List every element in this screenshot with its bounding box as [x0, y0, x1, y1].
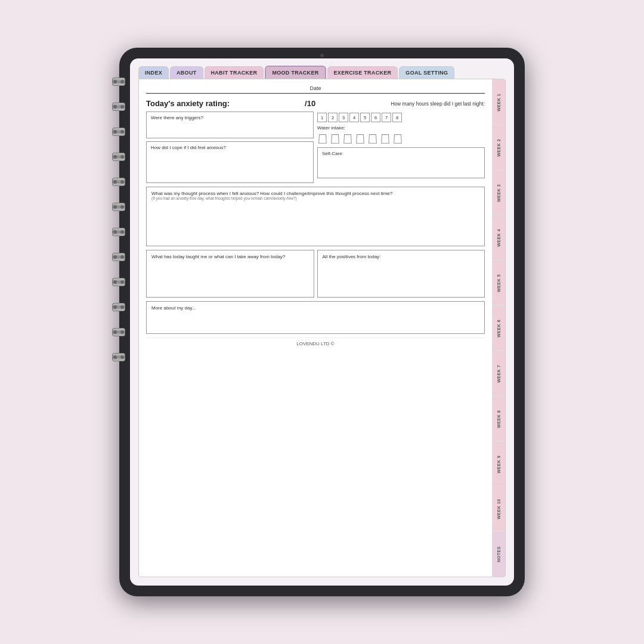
- ring-10: [112, 303, 125, 311]
- ring-12: [112, 353, 125, 361]
- footer: LOVENDU LTD ©: [146, 338, 485, 349]
- sleep-2[interactable]: 2: [328, 113, 338, 122]
- cup-5[interactable]: [367, 132, 378, 144]
- sleep-8[interactable]: 8: [392, 113, 402, 122]
- water-label: Water intake:: [317, 125, 485, 131]
- tab-goal-setting[interactable]: GOAL SETTING: [399, 66, 454, 79]
- date-line: Date: [146, 85, 485, 94]
- nav-tabs: INDEX ABOUT HABIT TRACKER MOOD TRACKER E…: [130, 58, 514, 79]
- sleep-numbers: 1 2 3 4 5 6 7 8: [317, 113, 485, 122]
- ring-2: [112, 103, 125, 111]
- right-column: 1 2 3 4 5 6 7 8 Wat: [317, 112, 485, 183]
- cup-3[interactable]: [342, 132, 353, 144]
- side-tab-week4[interactable]: WEEK 4: [493, 215, 505, 260]
- lesson-label: What has today taught me or what can I t…: [151, 254, 309, 259]
- cup-6[interactable]: [380, 132, 391, 144]
- side-tabs: WEEK 1 WEEK 2 WEEK 3 WEEK 4 WEEK 5 WEEK …: [492, 79, 505, 577]
- sleep-1[interactable]: 1: [317, 113, 327, 122]
- more-about-day-box[interactable]: More about my day...: [146, 301, 485, 334]
- triggers-box[interactable]: Were there any triggers?: [146, 112, 314, 138]
- tablet: INDEX ABOUT HABIT TRACKER MOOD TRACKER E…: [119, 48, 525, 596]
- ring-5: [112, 178, 125, 186]
- sleep-5[interactable]: 5: [360, 113, 370, 122]
- cope-box[interactable]: How did I cope if I did feel anxious?: [146, 141, 314, 183]
- side-tab-week3[interactable]: WEEK 3: [493, 170, 505, 215]
- self-care-label: Self-Care:: [322, 151, 480, 156]
- ring-4: [112, 153, 125, 161]
- sleep-7[interactable]: 7: [382, 113, 391, 122]
- ring-1: [112, 78, 125, 86]
- tab-mood-tracker[interactable]: MOOD TRACKER: [265, 66, 326, 79]
- water-cups: [317, 132, 485, 144]
- side-tab-week1[interactable]: WEEK 1: [493, 79, 505, 125]
- side-tab-week7[interactable]: WEEK 7: [493, 351, 505, 396]
- anxiety-row: Today's anxiety rating: /10 How many hou…: [146, 99, 485, 108]
- more-about-day-label: More about my day...: [151, 305, 479, 311]
- sleep-4[interactable]: 4: [349, 113, 359, 122]
- sleep-section: 1 2 3 4 5 6 7 8: [317, 112, 485, 122]
- side-tab-week10[interactable]: WEEK 10: [493, 486, 505, 531]
- side-tab-week6[interactable]: WEEK 6: [493, 305, 505, 351]
- anxiety-score: /10: [305, 99, 315, 108]
- thought-label: What was my thought process when I felt …: [151, 191, 479, 196]
- positives-label: All the positives from today:: [323, 254, 480, 259]
- cope-label: How did I cope if I did feel anxious?: [151, 145, 309, 150]
- tab-habit-tracker[interactable]: HABIT TRACKER: [205, 66, 264, 79]
- ring-binders: [112, 78, 125, 361]
- tab-exercise-tracker[interactable]: EXERCISE TRACKER: [327, 66, 398, 79]
- sleep-question: How many hours sleep did I get last nigh…: [391, 101, 485, 107]
- cup-2[interactable]: [330, 132, 340, 144]
- tab-about[interactable]: ABOUT: [170, 66, 203, 79]
- left-column: Were there any triggers? How did I cope …: [146, 112, 314, 183]
- tab-index[interactable]: INDEX: [138, 66, 169, 79]
- sleep-6[interactable]: 6: [371, 113, 380, 122]
- cup-7[interactable]: [392, 132, 403, 144]
- triggers-label: Were there any triggers?: [151, 115, 309, 120]
- date-label: Date: [309, 85, 321, 91]
- sleep-3[interactable]: 3: [339, 113, 348, 122]
- thought-sublabel: (If you had an anxiety-free day, what th…: [151, 196, 479, 200]
- side-tab-week8[interactable]: WEEK 8: [493, 396, 505, 441]
- water-section: Water intake:: [317, 125, 485, 144]
- cup-1[interactable]: [317, 132, 328, 144]
- ring-11: [112, 328, 125, 336]
- ring-8: [112, 253, 125, 261]
- side-tab-week2[interactable]: WEEK 2: [493, 125, 505, 170]
- main-two-col: Were there any triggers? How did I cope …: [146, 112, 485, 183]
- side-tab-week9[interactable]: WEEK 9: [493, 441, 505, 487]
- side-tab-week5[interactable]: WEEK 5: [493, 260, 505, 305]
- ring-9: [112, 278, 125, 286]
- side-tab-notes[interactable]: NOTES: [493, 531, 505, 577]
- cup-4[interactable]: [355, 132, 366, 144]
- tablet-screen: INDEX ABOUT HABIT TRACKER MOOD TRACKER E…: [130, 58, 514, 586]
- footer-text: LOVENDU LTD ©: [296, 341, 335, 346]
- bottom-two-col: What has today taught me or what can I t…: [146, 250, 485, 298]
- ring-6: [112, 203, 125, 211]
- lesson-box[interactable]: What has today taught me or what can I t…: [146, 250, 314, 298]
- self-care-box[interactable]: Self-Care:: [317, 147, 485, 178]
- thought-box[interactable]: What was my thought process when I felt …: [146, 187, 485, 246]
- ring-7: [112, 228, 125, 236]
- ring-3: [112, 128, 125, 136]
- main-page: Date Today's anxiety rating: /10 How man…: [139, 79, 492, 577]
- positives-box[interactable]: All the positives from today:: [317, 250, 485, 298]
- anxiety-label: Today's anxiety rating:: [146, 99, 230, 108]
- content-area: Date Today's anxiety rating: /10 How man…: [138, 79, 506, 577]
